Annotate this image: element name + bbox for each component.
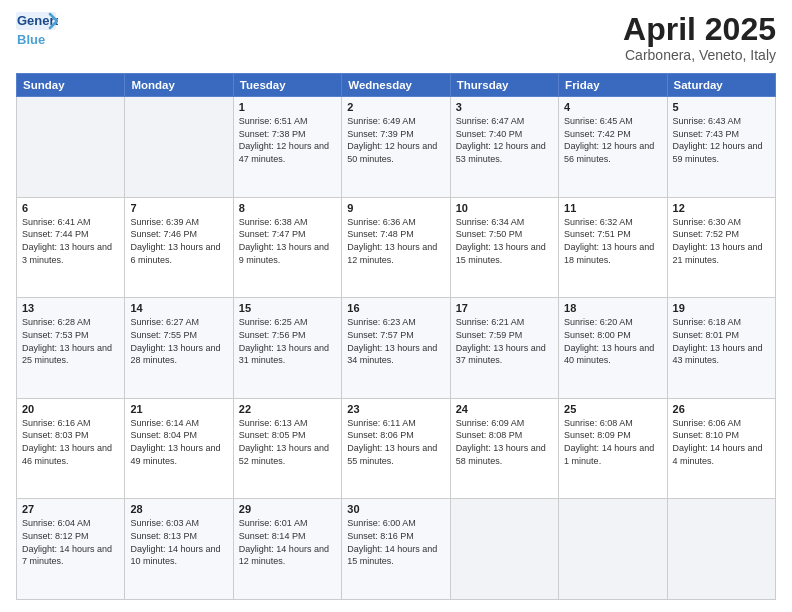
cell-info: Sunrise: 6:45 AM Sunset: 7:42 PM Dayligh… [564,115,661,165]
cell-5-6 [559,499,667,600]
cell-info: Sunrise: 6:28 AM Sunset: 7:53 PM Dayligh… [22,316,119,366]
cell-3-4: 16Sunrise: 6:23 AM Sunset: 7:57 PM Dayli… [342,298,450,399]
cell-info: Sunrise: 6:30 AM Sunset: 7:52 PM Dayligh… [673,216,770,266]
cell-5-4: 30Sunrise: 6:00 AM Sunset: 8:16 PM Dayli… [342,499,450,600]
cell-day-number: 26 [673,403,770,415]
cell-info: Sunrise: 6:06 AM Sunset: 8:10 PM Dayligh… [673,417,770,467]
week-row-2: 6Sunrise: 6:41 AM Sunset: 7:44 PM Daylig… [17,197,776,298]
cell-info: Sunrise: 6:00 AM Sunset: 8:16 PM Dayligh… [347,517,444,567]
day-header-saturday: Saturday [667,74,775,97]
cell-info: Sunrise: 6:51 AM Sunset: 7:38 PM Dayligh… [239,115,336,165]
cell-day-number: 23 [347,403,444,415]
cell-info: Sunrise: 6:38 AM Sunset: 7:47 PM Dayligh… [239,216,336,266]
cell-1-1 [17,97,125,198]
cell-day-number: 18 [564,302,661,314]
cell-2-7: 12Sunrise: 6:30 AM Sunset: 7:52 PM Dayli… [667,197,775,298]
cell-day-number: 6 [22,202,119,214]
cell-3-5: 17Sunrise: 6:21 AM Sunset: 7:59 PM Dayli… [450,298,558,399]
cell-info: Sunrise: 6:39 AM Sunset: 7:46 PM Dayligh… [130,216,227,266]
cell-day-number: 24 [456,403,553,415]
cell-day-number: 25 [564,403,661,415]
header: General Blue April 2025 Carbonera, Venet… [16,12,776,63]
cell-day-number: 1 [239,101,336,113]
cell-4-6: 25Sunrise: 6:08 AM Sunset: 8:09 PM Dayli… [559,398,667,499]
cell-5-2: 28Sunrise: 6:03 AM Sunset: 8:13 PM Dayli… [125,499,233,600]
cell-day-number: 9 [347,202,444,214]
cell-day-number: 7 [130,202,227,214]
day-header-sunday: Sunday [17,74,125,97]
title-block: April 2025 Carbonera, Veneto, Italy [623,12,776,63]
cell-day-number: 20 [22,403,119,415]
logo: General Blue [16,12,58,50]
cell-4-2: 21Sunrise: 6:14 AM Sunset: 8:04 PM Dayli… [125,398,233,499]
week-row-5: 27Sunrise: 6:04 AM Sunset: 8:12 PM Dayli… [17,499,776,600]
cell-day-number: 16 [347,302,444,314]
cell-day-number: 11 [564,202,661,214]
cell-info: Sunrise: 6:11 AM Sunset: 8:06 PM Dayligh… [347,417,444,467]
cell-1-5: 3Sunrise: 6:47 AM Sunset: 7:40 PM Daylig… [450,97,558,198]
cell-3-7: 19Sunrise: 6:18 AM Sunset: 8:01 PM Dayli… [667,298,775,399]
cell-1-3: 1Sunrise: 6:51 AM Sunset: 7:38 PM Daylig… [233,97,341,198]
cell-info: Sunrise: 6:20 AM Sunset: 8:00 PM Dayligh… [564,316,661,366]
cell-day-number: 8 [239,202,336,214]
cell-info: Sunrise: 6:18 AM Sunset: 8:01 PM Dayligh… [673,316,770,366]
cell-info: Sunrise: 6:41 AM Sunset: 7:44 PM Dayligh… [22,216,119,266]
cell-info: Sunrise: 6:25 AM Sunset: 7:56 PM Dayligh… [239,316,336,366]
cell-day-number: 4 [564,101,661,113]
cell-day-number: 19 [673,302,770,314]
cell-2-4: 9Sunrise: 6:36 AM Sunset: 7:48 PM Daylig… [342,197,450,298]
cell-info: Sunrise: 6:14 AM Sunset: 8:04 PM Dayligh… [130,417,227,467]
cell-day-number: 27 [22,503,119,515]
cell-day-number: 29 [239,503,336,515]
cell-info: Sunrise: 6:32 AM Sunset: 7:51 PM Dayligh… [564,216,661,266]
cell-day-number: 2 [347,101,444,113]
cell-info: Sunrise: 6:23 AM Sunset: 7:57 PM Dayligh… [347,316,444,366]
logo-graphic: General Blue [16,12,58,50]
cell-4-5: 24Sunrise: 6:09 AM Sunset: 8:08 PM Dayli… [450,398,558,499]
cell-day-number: 13 [22,302,119,314]
cell-3-6: 18Sunrise: 6:20 AM Sunset: 8:00 PM Dayli… [559,298,667,399]
cell-day-number: 28 [130,503,227,515]
cell-2-5: 10Sunrise: 6:34 AM Sunset: 7:50 PM Dayli… [450,197,558,298]
cell-day-number: 30 [347,503,444,515]
cell-info: Sunrise: 6:04 AM Sunset: 8:12 PM Dayligh… [22,517,119,567]
cell-1-7: 5Sunrise: 6:43 AM Sunset: 7:43 PM Daylig… [667,97,775,198]
cell-day-number: 22 [239,403,336,415]
cell-3-2: 14Sunrise: 6:27 AM Sunset: 7:55 PM Dayli… [125,298,233,399]
week-row-1: 1Sunrise: 6:51 AM Sunset: 7:38 PM Daylig… [17,97,776,198]
cell-info: Sunrise: 6:47 AM Sunset: 7:40 PM Dayligh… [456,115,553,165]
cell-info: Sunrise: 6:13 AM Sunset: 8:05 PM Dayligh… [239,417,336,467]
calendar-table: SundayMondayTuesdayWednesdayThursdayFrid… [16,73,776,600]
days-header-row: SundayMondayTuesdayWednesdayThursdayFrid… [17,74,776,97]
cell-day-number: 15 [239,302,336,314]
cell-info: Sunrise: 6:36 AM Sunset: 7:48 PM Dayligh… [347,216,444,266]
cell-4-7: 26Sunrise: 6:06 AM Sunset: 8:10 PM Dayli… [667,398,775,499]
cell-day-number: 3 [456,101,553,113]
cell-1-4: 2Sunrise: 6:49 AM Sunset: 7:39 PM Daylig… [342,97,450,198]
month-year: April 2025 [623,12,776,47]
week-row-4: 20Sunrise: 6:16 AM Sunset: 8:03 PM Dayli… [17,398,776,499]
cell-3-1: 13Sunrise: 6:28 AM Sunset: 7:53 PM Dayli… [17,298,125,399]
cell-4-3: 22Sunrise: 6:13 AM Sunset: 8:05 PM Dayli… [233,398,341,499]
cell-5-7 [667,499,775,600]
cell-info: Sunrise: 6:03 AM Sunset: 8:13 PM Dayligh… [130,517,227,567]
day-header-tuesday: Tuesday [233,74,341,97]
cell-1-6: 4Sunrise: 6:45 AM Sunset: 7:42 PM Daylig… [559,97,667,198]
cell-info: Sunrise: 6:08 AM Sunset: 8:09 PM Dayligh… [564,417,661,467]
location: Carbonera, Veneto, Italy [623,47,776,63]
cell-info: Sunrise: 6:27 AM Sunset: 7:55 PM Dayligh… [130,316,227,366]
cell-1-2 [125,97,233,198]
cell-4-4: 23Sunrise: 6:11 AM Sunset: 8:06 PM Dayli… [342,398,450,499]
cell-5-3: 29Sunrise: 6:01 AM Sunset: 8:14 PM Dayli… [233,499,341,600]
cell-day-number: 5 [673,101,770,113]
cell-2-6: 11Sunrise: 6:32 AM Sunset: 7:51 PM Dayli… [559,197,667,298]
cell-day-number: 12 [673,202,770,214]
day-header-wednesday: Wednesday [342,74,450,97]
day-header-thursday: Thursday [450,74,558,97]
cell-info: Sunrise: 6:34 AM Sunset: 7:50 PM Dayligh… [456,216,553,266]
cell-4-1: 20Sunrise: 6:16 AM Sunset: 8:03 PM Dayli… [17,398,125,499]
cell-info: Sunrise: 6:09 AM Sunset: 8:08 PM Dayligh… [456,417,553,467]
cell-day-number: 10 [456,202,553,214]
calendar-body: 1Sunrise: 6:51 AM Sunset: 7:38 PM Daylig… [17,97,776,600]
cell-2-1: 6Sunrise: 6:41 AM Sunset: 7:44 PM Daylig… [17,197,125,298]
